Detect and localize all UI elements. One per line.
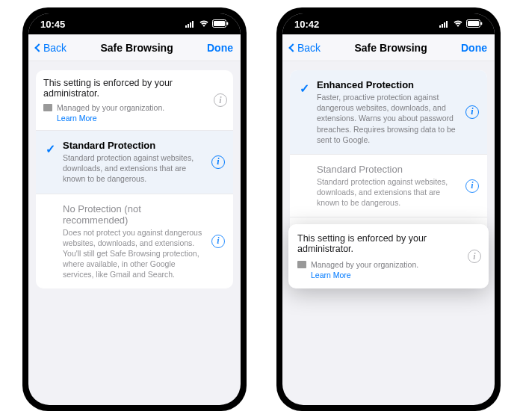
status-indicators [439,19,483,30]
checkmark-icon: ✓ [46,142,55,156]
back-button[interactable]: Back [36,42,66,54]
done-button[interactable]: Done [461,42,487,54]
status-time: 10:42 [294,19,319,30]
screen-right: 10:42 Back Safe Browsing Done [282,13,495,405]
option-enhanced[interactable]: ✓ Enhanced Protection Faster, proactive … [290,70,487,155]
svg-rect-13 [481,22,483,25]
battery-icon [466,19,483,30]
managed-text: Managed by your organization. [57,103,164,112]
back-label: Back [43,42,66,54]
option-title: Standard Protection [63,140,205,151]
status-indicators [185,19,229,30]
svg-rect-2 [190,22,191,28]
info-icon[interactable]: i [211,235,225,248]
info-icon[interactable]: i [211,155,225,169]
wifi-icon [199,19,209,30]
svg-rect-1 [188,24,189,28]
svg-rect-0 [185,25,187,28]
page-title: Safe Browsing [100,42,173,54]
option-subtitle: Does not protect you against dangerous w… [63,227,205,280]
phone-frame-left: 10:45 Back Safe Browsing Done [22,7,247,411]
organization-icon [43,104,52,111]
settings-list: ✓ Enhanced Protection Faster, proactive … [290,70,487,242]
svg-rect-9 [444,22,445,28]
managed-text: Managed by your organization. [311,260,418,269]
notice-title: This setting is enforced by your adminis… [43,78,226,99]
battery-icon [212,19,229,30]
learn-more-link[interactable]: Learn More [57,114,164,123]
svg-rect-6 [227,22,229,25]
svg-rect-8 [442,24,443,28]
chevron-left-icon [288,43,297,52]
nav-bar: Back Safe Browsing Done [28,34,241,61]
svg-rect-3 [192,21,194,28]
organization-icon [297,261,306,268]
content-area: ✓ Enhanced Protection Faster, proactive … [282,61,495,263]
option-title: No Protection (not recommended) [63,203,205,226]
svg-rect-10 [446,21,448,28]
checkmark-icon: ✓ [300,81,309,96]
cellular-icon [439,19,450,30]
option-subtitle: Standard protection against websites, do… [63,152,205,185]
info-icon[interactable]: i [465,179,479,193]
status-bar: 10:45 [28,13,241,34]
svg-rect-12 [468,21,479,26]
back-button[interactable]: Back [290,42,321,54]
admin-notice-popup: This setting is enforced by your adminis… [288,224,489,288]
info-icon[interactable]: i [214,93,227,107]
nav-bar: Back Safe Browsing Done [282,34,495,61]
info-icon[interactable]: i [468,250,481,263]
back-label: Back [297,42,321,54]
content-area: This setting is enforced by your adminis… [28,61,241,297]
chevron-left-icon [34,43,43,52]
option-title: Enhanced Protection [317,79,459,90]
info-icon[interactable]: i [465,105,479,119]
screen-left: 10:45 Back Safe Browsing Done [28,13,241,405]
option-title: Standard Protection [317,164,459,175]
status-bar: 10:42 [282,13,495,34]
option-standard[interactable]: ✓ Standard Protection Standard protectio… [36,131,233,194]
page-title: Safe Browsing [354,42,427,54]
done-button[interactable]: Done [207,42,233,54]
svg-rect-5 [214,21,225,26]
admin-notice: This setting is enforced by your adminis… [36,70,233,131]
cellular-icon [185,19,196,30]
option-subtitle: Standard protection against websites, do… [317,176,459,209]
notice-title: This setting is enforced by your adminis… [297,233,480,254]
learn-more-link[interactable]: Learn More [311,271,418,280]
option-no-protection: No Protection (not recommended) Does not… [36,194,233,289]
svg-rect-7 [439,25,441,28]
status-time: 10:45 [40,19,65,30]
option-standard: Standard Protection Standard protection … [290,155,487,218]
phone-frame-right: 10:42 Back Safe Browsing Done [276,7,501,411]
settings-list: This setting is enforced by your adminis… [36,70,233,288]
option-subtitle: Faster, proactive protection against dan… [317,92,459,145]
wifi-icon [453,19,463,30]
